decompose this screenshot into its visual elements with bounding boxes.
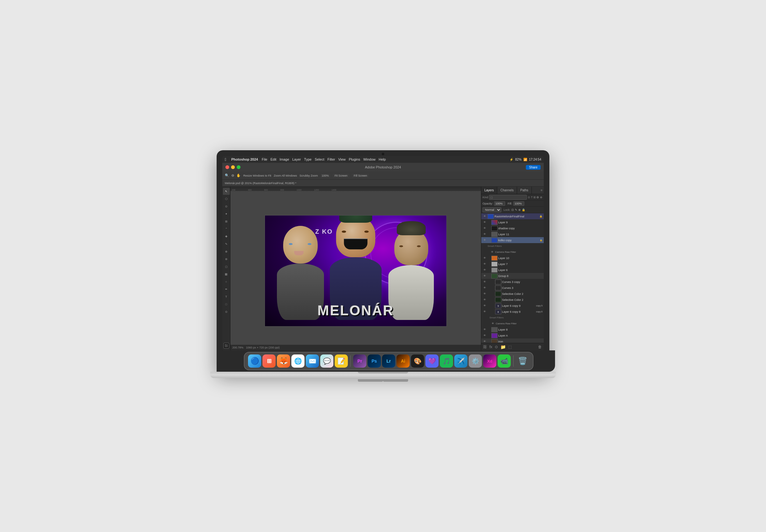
dock-lightroom[interactable]: Lr <box>382 354 395 368</box>
tool-quick-select[interactable]: ✦ <box>223 210 230 217</box>
dock-system-prefs[interactable]: ⚙️ <box>469 354 482 368</box>
dock-discord[interactable]: 💜 <box>425 354 439 368</box>
menu-filter[interactable]: Filter <box>327 157 335 161</box>
visibility-icon[interactable]: 👁 <box>482 232 487 237</box>
dock-mail[interactable]: ✉️ <box>306 354 319 368</box>
delete-layer-icon[interactable]: 🗑 <box>538 345 542 349</box>
ps-document-tab[interactable]: Melonár.psd @ 201% (RastoMelonárFinalFin… <box>222 180 544 187</box>
visibility-icon[interactable]: 👁 <box>482 256 487 260</box>
tool-brush[interactable]: ✎ <box>223 241 230 247</box>
add-mask-icon[interactable]: ⊙ <box>495 345 498 349</box>
lock-position-icon[interactable]: ⊕ <box>518 208 521 211</box>
menu-type[interactable]: Type <box>304 157 312 161</box>
tool-gradient[interactable]: ▦ <box>223 271 230 278</box>
menu-window[interactable]: Window <box>363 157 375 161</box>
layer-row-selective-2[interactable]: 👁 Selective Color 2 <box>481 297 544 303</box>
link-layers-icon[interactable]: ⛓ <box>483 345 487 349</box>
layer-row-shadow-copy[interactable]: 👁 shadow copy <box>481 225 544 231</box>
visibility-icon[interactable]: 👁 <box>482 339 487 343</box>
dock-illustrator[interactable]: Ai <box>396 354 410 368</box>
tab-layers[interactable]: Layers <box>481 187 497 194</box>
tool-spot-heal[interactable]: ✚ <box>223 233 230 240</box>
dock-finder[interactable]: 🔵 <box>248 354 261 368</box>
tool-history[interactable]: ⊛ <box>223 256 230 263</box>
layer-row-8[interactable]: 👁 Layer 8 <box>481 327 544 333</box>
layer-row-a[interactable]: 👁 Layer A <box>481 333 544 338</box>
visibility-icon[interactable]: 👁 <box>482 310 487 314</box>
dock-photoshop[interactable]: Ps <box>368 354 381 368</box>
fit-screen-btn[interactable]: Fit Screen <box>333 174 349 178</box>
layers-options-icon[interactable]: ≡ <box>540 189 542 192</box>
add-style-icon[interactable]: fx <box>489 345 492 349</box>
tool-clone[interactable]: ⊕ <box>223 248 230 255</box>
ps-canvas-area[interactable]: 200 400 600 800 1000 1200 1400 <box>231 187 481 350</box>
menu-plugins[interactable]: Plugins <box>349 157 360 161</box>
layer-row-copy-8[interactable]: 👁 8 Layer 6 copy 8 copy 8 <box>481 309 544 315</box>
layer-row-6[interactable]: 👁 Layer 6 <box>481 267 544 273</box>
layer-row-camera-raw-2[interactable]: 👁 Camera Raw Filter <box>481 321 544 327</box>
tool-lasso[interactable]: ⊙ <box>223 203 230 210</box>
dock-xd[interactable]: Xd <box>483 354 496 368</box>
minimize-button[interactable] <box>231 165 235 169</box>
fullscreen-button[interactable] <box>237 165 241 169</box>
menu-select[interactable]: Select <box>315 157 324 161</box>
dock-telegram[interactable]: ✈️ <box>454 354 467 368</box>
dock-chrome[interactable]: 🌐 <box>291 354 305 368</box>
tool-dodge[interactable]: ○ <box>223 278 230 285</box>
layer-row-10[interactable]: 👁 Layer 10 <box>481 255 544 261</box>
layer-row-curves-3-copy[interactable]: 👁 Curves 3 copy <box>481 279 544 285</box>
layer-row-group-8[interactable]: 👁 Group 8 <box>481 273 544 279</box>
dock-messages[interactable]: 💬 <box>320 354 333 368</box>
dock-notes[interactable]: 📝 <box>335 354 348 368</box>
lock-image-icon[interactable]: ✎ <box>515 208 517 211</box>
tool-eyedropper[interactable]: ⌃ <box>223 226 230 232</box>
fill-screen-btn[interactable]: Fill Screen <box>352 174 369 178</box>
tool-pen[interactable]: ✒ <box>223 286 230 293</box>
tool-eraser[interactable]: ◻ <box>223 263 230 270</box>
tool-crop[interactable]: ⊞ <box>223 218 230 225</box>
menu-edit[interactable]: Edit <box>270 157 276 161</box>
zoom-out-icon[interactable]: ⊖ <box>232 173 234 178</box>
dock-trash[interactable]: 🗑️ <box>516 354 529 368</box>
visibility-icon[interactable]: 👁 <box>482 298 487 302</box>
visibility-icon[interactable]: 👁 <box>482 280 487 284</box>
visibility-icon[interactable]: 👁 <box>482 238 487 242</box>
zoom-in-icon[interactable]: 🔍 <box>225 173 229 178</box>
opacity-input[interactable] <box>494 201 505 206</box>
tab-paths[interactable]: Paths <box>517 187 532 194</box>
visibility-icon[interactable]: 👁 <box>482 304 487 308</box>
visibility-icon[interactable]: 👁 <box>482 292 487 296</box>
hand-tool-icon[interactable]: ✋ <box>237 173 241 178</box>
menu-image[interactable]: Image <box>279 157 289 161</box>
menu-help[interactable]: Help <box>379 157 386 161</box>
tool-type[interactable]: T <box>223 293 230 300</box>
share-button[interactable]: Share <box>526 165 540 170</box>
lock-all-icon[interactable]: 🔒 <box>522 208 525 211</box>
visibility-icon[interactable]: 👁 <box>482 226 487 231</box>
menu-view[interactable]: View <box>338 157 346 161</box>
layer-row-camera-raw-1[interactable]: 👁 Camera Raw Filter <box>481 249 544 255</box>
menu-file[interactable]: File <box>262 157 268 161</box>
fill-input[interactable] <box>513 201 524 206</box>
tool-zoom[interactable]: ⊙ <box>223 308 230 315</box>
dock-firefox[interactable]: 🦊 <box>277 354 290 368</box>
layer-row-9[interactable]: 👁 Layer 9 <box>481 219 544 225</box>
close-button[interactable] <box>226 165 229 169</box>
layer-row-7[interactable]: 👁 Layer 7 <box>481 261 544 267</box>
tool-marquee[interactable]: ⬡ <box>223 195 230 202</box>
menu-layer[interactable]: Layer <box>292 157 301 161</box>
visibility-icon[interactable]: 👁 <box>491 322 495 326</box>
new-layer-icon[interactable]: ⬚ <box>508 345 512 349</box>
visibility-icon[interactable]: 👁 <box>482 214 487 219</box>
tab-channels[interactable]: Channels <box>497 187 517 194</box>
visibility-icon[interactable]: 👁 <box>482 268 487 272</box>
dock-launchpad[interactable]: ⊞ <box>263 354 276 368</box>
layer-row-group-main[interactable]: 👁 RastoMelonárFinalFinal 🔒 <box>481 213 544 219</box>
dock-facetime[interactable]: 📹 <box>497 354 511 368</box>
visibility-icon[interactable]: 👁 <box>482 333 487 338</box>
visibility-icon[interactable]: 👁 <box>482 286 487 290</box>
dock-spotify[interactable]: 🎵 <box>440 354 453 368</box>
visibility-icon[interactable]: 👁 <box>482 327 487 332</box>
lock-transparent-icon[interactable]: ⊡ <box>511 208 514 211</box>
tool-move[interactable]: ↖ <box>223 188 230 195</box>
